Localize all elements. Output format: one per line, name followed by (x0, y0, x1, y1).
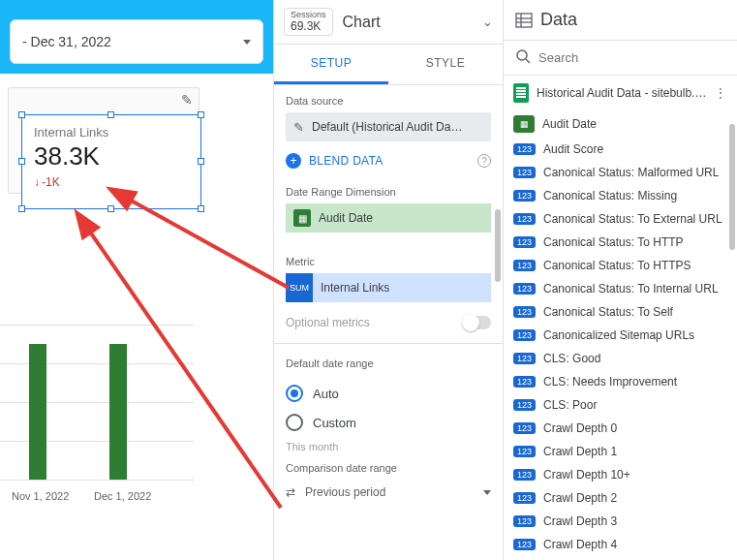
scrollbar[interactable] (729, 124, 735, 250)
section-default-date-range: Default date range (286, 358, 491, 369)
field-name: Canonical Status: Missing (543, 189, 677, 202)
resize-handle[interactable] (18, 111, 25, 118)
search-input[interactable] (538, 50, 725, 65)
field-item[interactable]: 123CLS: Poor (504, 393, 737, 417)
number-badge: 123 (513, 422, 536, 434)
number-badge: 123 (513, 260, 536, 271)
data-source-chip[interactable]: ✎ Default (Historical Audit Da… (286, 112, 491, 141)
field-item[interactable]: 123CLS: Needs Improvement (504, 370, 737, 393)
number-badge: 123 (513, 213, 536, 225)
number-badge: 123 (513, 306, 536, 318)
config-header[interactable]: Sessions 69.3K Chart ⌄ (274, 0, 503, 45)
field-name: Audit Score (543, 142, 603, 156)
panel-title: Chart (343, 14, 473, 31)
field-item[interactable]: ▦Audit Date (504, 110, 737, 138)
number-badge: 123 (513, 167, 536, 178)
gridline (0, 480, 194, 481)
field-item[interactable]: 123Canonical Status: To Self (504, 300, 737, 324)
section-comparison-date-range: Comparison date range (286, 462, 491, 474)
pencil-icon[interactable]: ✎ (181, 92, 193, 108)
radio-auto[interactable]: Auto (274, 379, 503, 408)
field-name: Canonicalized Sitemap URLs (543, 328, 694, 342)
data-source-row[interactable]: Historical Audit Data - sitebulb.com… ⋮ (504, 76, 737, 110)
field-name: Crawl Depth 3 (543, 514, 617, 528)
search-icon (515, 48, 531, 67)
field-item[interactable]: 123CLS: Good (504, 347, 737, 370)
svg-rect-0 (516, 14, 532, 27)
resize-handle[interactable] (198, 111, 204, 118)
date-range-control[interactable]: - Dec 31, 2022 (10, 19, 263, 64)
section-metric: Metric (286, 256, 491, 267)
field-item[interactable]: 123Crawl Depth 0 (504, 417, 737, 440)
field-item[interactable]: 123Crawl Depth 4 (504, 533, 737, 556)
chevron-down-icon[interactable]: ⌄ (482, 15, 493, 29)
resize-handle[interactable] (107, 205, 114, 212)
field-item[interactable]: 123Crawl Depth 3 (504, 510, 737, 533)
field-name: CLS: Needs Improvement (543, 375, 677, 389)
compare-icon: ⇄ (286, 485, 295, 499)
field-item[interactable]: 123Canonical Status: Malformed URL (504, 161, 737, 184)
comparison-value: Previous period (305, 485, 385, 499)
calendar-icon: ▦ (513, 115, 535, 133)
field-item[interactable]: 123Canonicalized Sitemap URLs (504, 324, 737, 347)
help-icon[interactable]: ? (477, 154, 491, 168)
number-badge: 123 (513, 469, 536, 481)
scorecard-value: 38.3K (34, 141, 189, 171)
field-name: Crawl Depth 10+ (543, 468, 630, 482)
number-badge: 123 (513, 376, 536, 388)
chart-bar (109, 344, 127, 480)
metric-chip[interactable]: SUM Internal Links (286, 273, 491, 302)
field-item[interactable]: 123Canonical Status: To Internal URL (504, 277, 737, 300)
sessions-chip[interactable]: Sessions 69.3K (284, 8, 333, 36)
bar-chart[interactable]: Nov 1, 2022 Dec 1, 2022 (0, 310, 194, 513)
blend-data-button[interactable]: + BLEND DATA ? (274, 145, 503, 176)
data-panel-title: Data (540, 10, 577, 30)
number-badge: 123 (513, 143, 536, 155)
number-badge: 123 (513, 190, 536, 202)
data-source-filename: Historical Audit Data - sitebulb.com… (537, 86, 707, 100)
tab-style[interactable]: STYLE (388, 45, 503, 84)
field-item[interactable]: 123Audit Score (504, 138, 737, 161)
resize-handle[interactable] (198, 205, 204, 212)
field-name: Crawl Depth 1 (543, 445, 617, 458)
resize-handle[interactable] (198, 158, 204, 165)
section-date-range-dimension: Date Range Dimension (286, 186, 491, 198)
resize-handle[interactable] (18, 205, 25, 212)
field-item[interactable]: 123Crawl Depth 10+ (504, 463, 737, 486)
number-badge: 123 (513, 515, 536, 527)
field-item[interactable]: 123Crawl Depth 5 (504, 556, 737, 560)
field-item[interactable]: 123Canonical Status: Missing (504, 184, 737, 207)
date-range-label: - Dec 31, 2022 (22, 34, 111, 49)
number-badge: 123 (513, 399, 536, 411)
more-icon[interactable]: ⋮ (715, 86, 727, 100)
field-name: Canonical Status: To Self (543, 305, 673, 319)
search-row[interactable] (504, 41, 737, 76)
blend-data-label: BLEND DATA (309, 154, 384, 168)
aggregation-badge: SUM (286, 273, 313, 302)
field-item[interactable]: 123Canonical Status: To External URL (504, 207, 737, 231)
tab-setup[interactable]: SETUP (274, 45, 388, 84)
scorecard-selected[interactable]: Internal Links 38.3K ↓ -1K (21, 114, 201, 209)
number-badge: 123 (513, 446, 536, 457)
data-icon (515, 12, 533, 29)
optional-metrics-toggle[interactable] (464, 316, 491, 329)
field-list[interactable]: ▦Audit Date123Audit Score123Canonical St… (504, 110, 737, 560)
resize-handle[interactable] (18, 158, 25, 165)
chart-config-panel: Sessions 69.3K Chart ⌄ SETUP STYLE Data … (274, 0, 504, 560)
plus-icon: + (286, 153, 301, 169)
field-item[interactable]: 123Crawl Depth 1 (504, 440, 737, 463)
report-canvas[interactable]: - Dec 31, 2022 ✎ Internal Links 38.3K (0, 0, 274, 560)
sessions-value: 69.3K (291, 20, 326, 33)
gridline (0, 325, 194, 326)
field-item[interactable]: 123Crawl Depth 2 (504, 486, 737, 510)
field-name: CLS: Poor (543, 398, 597, 412)
radio-custom[interactable]: Custom (274, 408, 503, 437)
comparison-range-picker[interactable]: ⇄ Previous period (274, 480, 503, 511)
scrollbar[interactable] (495, 209, 501, 282)
field-item[interactable]: 123Canonical Status: To HTTP (504, 231, 737, 254)
date-range-dimension-chip[interactable]: ▦ Audit Date (286, 203, 491, 233)
data-panel: Data Historical Audit Data - sitebulb.co… (504, 0, 737, 560)
resize-handle[interactable] (107, 111, 114, 118)
field-item[interactable]: 123Canonical Status: To HTTPS (504, 254, 737, 277)
radio-icon (286, 414, 303, 431)
